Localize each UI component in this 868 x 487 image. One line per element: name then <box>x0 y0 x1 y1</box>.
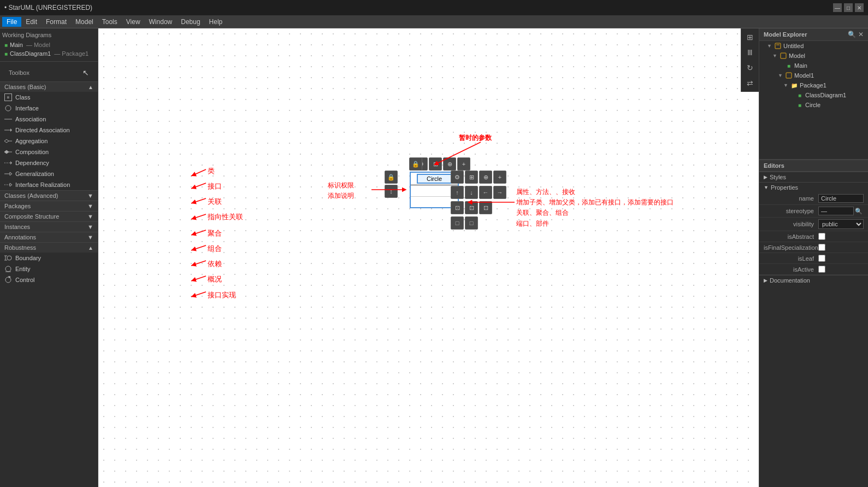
ctx-btn-lock[interactable]: 🔒 <box>409 157 422 171</box>
prop-isleaf-checkbox[interactable] <box>818 255 825 262</box>
ctx-btn-add[interactable]: + <box>457 157 470 171</box>
prop-stereotype-search-btn[interactable]: 🔍 <box>854 208 864 215</box>
section-annotations[interactable]: Annotations ▼ <box>0 232 98 242</box>
tool-dependency[interactable]: Dependency <box>0 157 98 168</box>
documentation-section-header[interactable]: ▶ Documentation <box>759 275 868 285</box>
properties-section: ▼ Properties name stereotype 🔍 visibilit… <box>759 182 868 275</box>
canvas[interactable]: 🔒 ⚙ ⊞ ⊕ + 🔒 ↕ ⚙ ⊞ ⊕ + <box>98 28 759 487</box>
cursor-icon[interactable]: ↖ <box>82 68 89 77</box>
prop-stereotype-label: stereotype <box>764 208 818 214</box>
tool-interface-realization[interactable]: Interface Realization <box>0 179 98 190</box>
ctx-btn-right-8[interactable]: → <box>493 186 506 199</box>
prop-name-input[interactable] <box>818 194 864 203</box>
tree-model[interactable]: ▼ Model <box>759 51 868 61</box>
tree-circle[interactable]: ■ Circle <box>759 100 868 110</box>
section-instances-label: Instances <box>4 224 30 230</box>
ctx-btn-right-13[interactable]: □ <box>465 216 478 230</box>
explorer-search-btn[interactable]: 🔍 <box>848 31 856 38</box>
circle-tree-label: Circle <box>805 102 820 108</box>
section-robustness[interactable]: Robustness ▲ <box>0 242 98 253</box>
diagram-item-main[interactable]: ■ Main — Model <box>2 40 96 49</box>
tool-entity[interactable]: Entity <box>0 263 98 274</box>
tool-association[interactable]: Association <box>0 114 98 125</box>
tool-boundary[interactable]: Boundary <box>0 253 98 263</box>
menu-debug[interactable]: Debug <box>176 17 204 27</box>
classdiagram1-label: ClassDiagram1 <box>10 50 51 57</box>
ctx-btn-right-2[interactable]: ⊞ <box>465 171 478 184</box>
section-classes-basic[interactable]: Classes (Basic) ▲ <box>0 81 98 92</box>
annotation-visibility: 标识权限 添加说明 <box>328 180 354 201</box>
prop-stereotype-input[interactable] <box>818 207 854 215</box>
ctx-btn-left-1[interactable]: 🔒 <box>385 171 398 184</box>
classdiagram1-tree-label: ClassDiagram1 <box>805 92 846 98</box>
properties-section-header[interactable]: ▼ Properties <box>759 183 868 192</box>
close-button[interactable]: ✕ <box>855 3 864 12</box>
ctx-btn-right-9[interactable]: ⊡ <box>451 201 464 214</box>
tool-class[interactable]: ≡ Class <box>0 92 98 103</box>
ctx-btn-right-6[interactable]: ↓ <box>465 186 478 199</box>
svg-rect-37 <box>775 43 781 49</box>
menu-view[interactable]: View <box>122 17 145 27</box>
menu-window[interactable]: Window <box>145 17 177 27</box>
prop-visibility-select[interactable]: public private protected package <box>818 219 864 229</box>
menu-edit[interactable]: Edit <box>21 17 42 27</box>
side-icon-swap[interactable]: ⇄ <box>742 75 758 91</box>
section-composite-structure[interactable]: Composite Structure ▼ <box>0 211 98 221</box>
menu-help[interactable]: Help <box>205 17 227 27</box>
section-instances[interactable]: Instances ▼ <box>0 221 98 232</box>
section-classes-basic-label: Classes (Basic) <box>4 84 46 90</box>
ctx-btn-left-2[interactable]: ↕ <box>385 185 398 198</box>
ctx-btn-connect[interactable]: ⊕ <box>443 157 456 171</box>
cursor-area: ↖ <box>78 66 93 79</box>
tool-generalization[interactable]: Generalization <box>0 168 98 179</box>
tree-model1[interactable]: ▼ Model1 <box>759 71 868 80</box>
side-icon-grid[interactable]: ⊞ <box>742 30 758 45</box>
section-classes-advanced-label: Classes (Advanced) <box>4 192 58 199</box>
tree-package1[interactable]: ▼ 📁 Package1 <box>759 80 868 90</box>
tool-aggregation[interactable]: Aggregation <box>0 136 98 146</box>
svg-rect-40 <box>786 73 792 78</box>
ctx-btn-right-10[interactable]: ⊡ <box>465 201 478 214</box>
composition-icon <box>4 148 12 156</box>
section-packages[interactable]: Packages ▼ <box>0 201 98 211</box>
diagram-item-classdiagram1[interactable]: ■ ClassDiagram1 — Package1 <box>2 49 96 58</box>
prop-isabstract-checkbox[interactable] <box>818 233 825 240</box>
styles-section-header[interactable]: ▶ Styles <box>759 172 868 182</box>
tree-untitled[interactable]: ▼ Untitled <box>759 41 868 51</box>
main-tree-icon: ■ <box>785 62 793 69</box>
menu-file[interactable]: File <box>2 17 21 27</box>
explorer-close-btn[interactable]: ✕ <box>858 31 864 38</box>
entity-icon <box>4 265 12 273</box>
menu-tools[interactable]: Tools <box>98 17 122 27</box>
prop-isactive-checkbox[interactable] <box>818 266 825 273</box>
tool-entity-label: Entity <box>15 266 31 272</box>
side-icon-refresh[interactable]: ↻ <box>742 60 758 75</box>
side-icon-list[interactable]: Ⅲ <box>742 45 758 60</box>
tool-directed-association[interactable]: Directed Association <box>0 125 98 136</box>
minimize-button[interactable]: — <box>833 3 842 12</box>
menu-model[interactable]: Model <box>71 17 98 27</box>
ctx-btn-right-5[interactable]: ↑ <box>451 186 464 199</box>
tool-interface-label: Interface <box>15 105 39 112</box>
class-name-input[interactable] <box>417 174 452 184</box>
tool-interface[interactable]: Interface <box>0 103 98 114</box>
section-annotations-label: Annotations <box>4 234 36 240</box>
ctx-btn-right-4[interactable]: + <box>493 171 506 184</box>
ctx-btn-right-1[interactable]: ⚙ <box>451 171 464 184</box>
ctx-btn-right-12[interactable]: □ <box>451 216 464 230</box>
tree-classdiagram1[interactable]: ■ ClassDiagram1 <box>759 90 868 100</box>
prop-stereotype: stereotype 🔍 <box>759 205 868 218</box>
ctx-btn-right-3[interactable]: ⊕ <box>479 171 492 184</box>
menu-format[interactable]: Format <box>42 17 71 27</box>
ctx-btn-grid[interactable]: ⊞ <box>429 157 442 171</box>
tool-control[interactable]: Control <box>0 274 98 285</box>
prop-isfinalspecialization-checkbox[interactable] <box>818 244 825 251</box>
section-classes-advanced[interactable]: Classes (Advanced) ▼ <box>0 190 98 201</box>
ctx-btn-right-11[interactable]: ⊡ <box>479 201 492 214</box>
tool-composition[interactable]: Composition <box>0 146 98 157</box>
maximize-button[interactable]: □ <box>844 3 853 12</box>
ctx-btn-right-7[interactable]: ← <box>479 186 492 199</box>
tree-main[interactable]: ■ Main <box>759 61 868 71</box>
explorer-icons: 🔍 ✕ <box>848 31 864 38</box>
model1-arrow: ▼ <box>778 73 783 78</box>
